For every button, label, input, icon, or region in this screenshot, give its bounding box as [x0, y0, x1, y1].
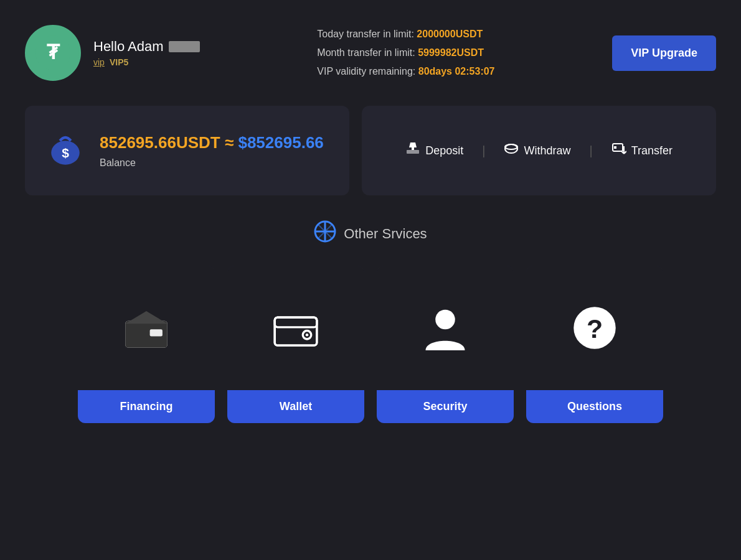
month-limit-label: Month transfer in limit: — [317, 47, 415, 58]
services-title: Other Srvices — [344, 226, 427, 242]
withdraw-icon — [504, 141, 519, 160]
withdraw-button[interactable]: Withdraw — [485, 141, 589, 160]
vip-upgrade-button[interactable]: VIP Upgrade — [612, 35, 716, 71]
greeting: Hello Adam — [93, 39, 200, 55]
wallet-button[interactable]: Wallet — [227, 390, 364, 423]
balance-amount: 852695.66USDT ≈ $852695.66 — [100, 133, 324, 152]
questions-card[interactable]: ? Questions — [526, 266, 663, 423]
balance-approx: ≈ — [225, 133, 234, 152]
deposit-icon — [405, 141, 420, 160]
actions-card: Deposit | Withdraw | — [362, 106, 716, 195]
wallet-card[interactable]: Wallet — [227, 266, 364, 423]
security-button[interactable]: Security — [377, 390, 514, 423]
balance-card: $ 852695.66USDT ≈ $852695.66 Balance — [25, 106, 349, 195]
svg-text:₮: ₮ — [47, 41, 60, 63]
transfer-label: Transfer — [631, 144, 673, 157]
security-card[interactable]: Security — [377, 266, 514, 423]
redacted-name — [169, 41, 200, 52]
deposit-button[interactable]: Deposit — [387, 141, 482, 160]
other-services-section: Other Srvices Financing — [25, 220, 716, 423]
svg-rect-4 — [407, 150, 419, 154]
user-info: Hello Adam vip VIP5 — [93, 39, 200, 67]
user-section: ₮ Hello Adam vip VIP5 — [25, 25, 200, 81]
svg-rect-16 — [150, 329, 163, 336]
transfer-button[interactable]: Transfer — [593, 141, 691, 160]
today-limit-value: 2000000USDT — [417, 29, 483, 39]
svg-point-7 — [505, 144, 517, 149]
vip-level: VIP5 — [110, 57, 128, 67]
today-limit-label: Today transfer in limit: — [317, 29, 414, 39]
balance-usd: $852695.66 — [238, 133, 323, 152]
balance-label: Balance — [100, 157, 324, 169]
validity-value: 80days 02:53:07 — [418, 66, 495, 77]
wallet-icon-area — [227, 266, 364, 390]
tether-logo: ₮ — [25, 25, 81, 81]
transfer-icon — [611, 141, 626, 160]
svg-rect-5 — [412, 146, 414, 150]
month-limit-value: 5999982USDT — [418, 47, 484, 58]
header: ₮ Hello Adam vip VIP5 Today transfer in … — [25, 25, 716, 81]
questions-button[interactable]: Questions — [526, 390, 663, 423]
month-limit-row: Month transfer in limit: 5999982USDT — [317, 47, 494, 58]
greeting-text: Hello Adam — [93, 39, 164, 55]
balance-info: 852695.66USDT ≈ $852695.66 Balance — [100, 133, 324, 169]
svg-text:?: ? — [587, 314, 603, 343]
validity-label: VIP validity remaining: — [317, 66, 415, 77]
svg-rect-9 — [614, 146, 616, 149]
questions-icon-area: ? — [526, 266, 663, 390]
financing-button[interactable]: Financing — [78, 390, 215, 423]
svg-point-21 — [306, 334, 309, 337]
balance-usdt: 852695.66USDT — [100, 133, 220, 152]
financing-icon-area — [78, 266, 215, 390]
security-icon-area — [377, 266, 514, 390]
financing-card[interactable]: Financing — [78, 266, 215, 423]
services-header: Other Srvices — [314, 220, 427, 247]
services-logo-icon — [314, 220, 336, 247]
vip-row: vip VIP5 — [93, 57, 200, 67]
svg-text:$: $ — [62, 146, 69, 160]
validity-row: VIP validity remaining: 80days 02:53:07 — [317, 66, 494, 77]
deposit-label: Deposit — [425, 144, 463, 157]
wallet-bag-icon: $ — [44, 124, 87, 177]
svg-point-22 — [435, 310, 455, 330]
withdraw-label: Withdraw — [524, 144, 570, 157]
limits-section: Today transfer in limit: 2000000USDT Mon… — [317, 29, 494, 77]
balance-section: $ 852695.66USDT ≈ $852695.66 Balance — [25, 106, 716, 195]
vip-label[interactable]: vip — [93, 57, 105, 67]
svg-rect-19 — [275, 317, 317, 327]
today-limit-row: Today transfer in limit: 2000000USDT — [317, 29, 494, 40]
services-grid: Financing Wallet — [25, 266, 716, 423]
